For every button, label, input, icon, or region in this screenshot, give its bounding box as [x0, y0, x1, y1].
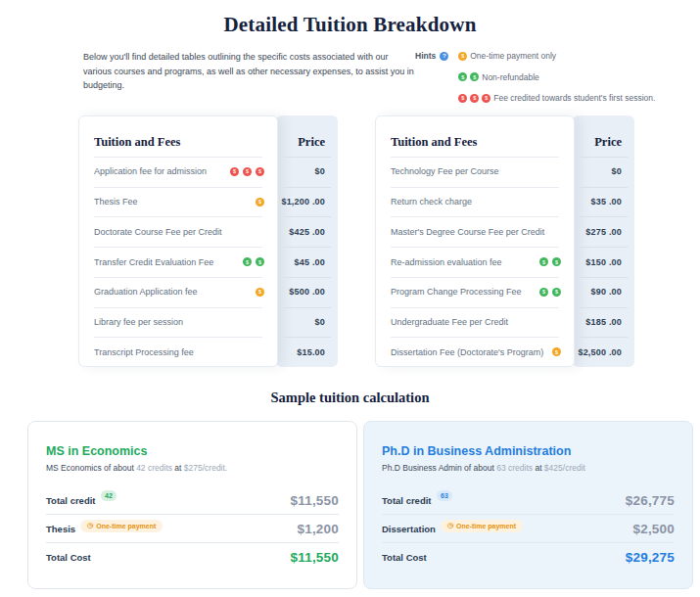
- fee-price: $0: [276, 317, 338, 327]
- fee-price: $0: [276, 166, 338, 176]
- fee-table-body: Application fee for admission$$$$0Thesis…: [78, 157, 338, 367]
- calc-row: Dissertation◷One-time payment$2,500: [382, 515, 675, 543]
- fee-name: Application fee for admission: [94, 166, 207, 176]
- fee-price: $275 .00: [573, 227, 634, 237]
- fee-price: $1,200 .00: [276, 197, 338, 207]
- fee-table-row: Application fee for admission$$$$0: [78, 157, 338, 187]
- calc-row-value: $11,550: [291, 550, 339, 565]
- non-refundable-coin-icon: $: [243, 257, 252, 266]
- calc-row-label: Total Cost: [46, 552, 91, 563]
- clock-icon: ◷: [447, 522, 453, 529]
- calc-row: Thesis◷One-time payment$1,200: [46, 515, 339, 543]
- one-time-coin-icon: $: [256, 198, 264, 207]
- calc-row-label: Thesis: [46, 524, 75, 534]
- fee-table-right: Tuition and Fees Price Technology Fee pe…: [375, 115, 634, 367]
- fee-table-row: Doctorate Course Fee per Credit$425 .00: [78, 216, 338, 247]
- fee-name: Doctorate Course Fee per Credit: [94, 227, 222, 237]
- column-header-fees: Tuition and Fees: [375, 135, 573, 150]
- fee-coin-icons: $: [256, 198, 264, 207]
- credited-coin-icon: $: [243, 167, 252, 176]
- program-subtitle: MS Economics of about 42 credits at $275…: [46, 463, 339, 473]
- fee-table-row: Return check charge$35 .00: [375, 187, 634, 217]
- non-refundable-coin-icon: $: [539, 257, 548, 266]
- calc-row-value: $2,500: [633, 522, 676, 536]
- fee-name: Transcript Processing fee: [94, 347, 194, 357]
- fee-price: $90 .00: [573, 287, 634, 297]
- fee-table-row: Undergraduate Fee per Credit$185 .00: [375, 307, 634, 338]
- fee-table-row: Library fee per session$0: [78, 307, 338, 338]
- hint-list: $One-time payment only$$Non-refundable$$…: [458, 51, 655, 103]
- fee-name: Undergraduate Fee per Credit: [391, 317, 508, 327]
- fee-price: $0: [573, 166, 634, 176]
- fee-price: $185 .00: [573, 317, 634, 327]
- info-icon[interactable]: ?: [440, 52, 448, 61]
- calc-row: Total Cost$29,275: [382, 543, 675, 572]
- fee-tables-section: Tuition and Fees Price Application fee f…: [78, 115, 634, 367]
- calc-row-label: Total credit: [46, 495, 96, 506]
- fee-table-body: Technology Fee per Course$0Return check …: [375, 157, 634, 367]
- fee-name: Program Change Processing Fee: [391, 287, 522, 297]
- fee-table-row: Technology Fee per Course$0: [375, 157, 634, 187]
- one-time-coin-icon: $: [552, 347, 561, 356]
- fee-price: $2,500 .00: [573, 347, 634, 357]
- credit-count-badge: 42: [101, 490, 117, 501]
- fee-table-row: Transfer Credit Evaluation Fee$$$45 .00: [78, 247, 338, 277]
- fee-table-row: Program Change Processing Fee$$$90 .00: [375, 277, 634, 307]
- hints-legend: Hints ? $One-time payment only$$Non-refu…: [415, 51, 655, 103]
- one-time-payment-pill: ◷One-time payment: [80, 520, 163, 532]
- one-time-coin-icon: $: [256, 288, 264, 297]
- intro-paragraph: Below you'll find detailed tables outlin…: [83, 50, 414, 93]
- program-title: Ph.D in Business Administration: [382, 444, 675, 458]
- credit-count-badge: 63: [437, 490, 453, 501]
- fee-price: $500 .00: [276, 287, 338, 297]
- tuition-breakdown-page: { "page": { "title": "Detailed Tuition B…: [0, 0, 700, 597]
- calc-row-label: Total Cost: [382, 552, 427, 563]
- credited-coin-icon: $: [458, 94, 467, 103]
- credited-coin-icon: $: [256, 167, 264, 176]
- fee-table-row: Transcript Processing fee$15.00: [78, 337, 338, 367]
- calc-row-value: $1,200: [298, 522, 340, 536]
- fee-coin-icons: $$: [243, 257, 264, 266]
- non-refundable-coin-icon: $: [539, 288, 548, 297]
- column-header-price: Price: [573, 135, 634, 150]
- fee-price: $35 .00: [573, 197, 634, 207]
- hint-text: One-time payment only: [470, 51, 556, 61]
- sample-calc-card: MS in EconomicsMS Economics of about 42 …: [27, 421, 357, 589]
- fee-coin-icons: $$: [539, 288, 561, 297]
- non-refundable-coin-icon: $: [256, 257, 264, 266]
- credited-coin-icon: $: [470, 94, 479, 103]
- credited-coin-icon: $: [230, 167, 239, 176]
- fee-name: Thesis Fee: [94, 197, 138, 207]
- fee-price: $150 .00: [573, 257, 634, 267]
- calc-row: Total credit42$11,550: [46, 486, 339, 515]
- fee-table-row: Graduation Application fee$$500 .00: [78, 277, 338, 307]
- fee-price: $45 .00: [276, 257, 338, 267]
- hint-item: $One-time payment only: [458, 51, 655, 61]
- non-refundable-coin-icon: $: [470, 72, 479, 81]
- fee-table-header: Tuition and Fees Price: [375, 127, 634, 157]
- clock-icon: ◷: [87, 522, 93, 529]
- fee-name: Master's Degree Course Fee per Credit: [391, 227, 544, 237]
- fee-price: $15.00: [276, 347, 338, 357]
- fee-name: Return check charge: [391, 197, 472, 207]
- calc-row-value: $29,275: [626, 550, 675, 565]
- fee-coin-icons: $$: [539, 257, 561, 266]
- fee-table-left: Tuition and Fees Price Application fee f…: [78, 115, 338, 367]
- fee-table-row: Thesis Fee$$1,200 .00: [78, 187, 338, 217]
- fee-coin-icons: $: [256, 288, 264, 297]
- hint-item: $$$Fee credited towards student's first …: [458, 93, 655, 103]
- calc-row-value: $11,550: [291, 493, 339, 508]
- column-header-fees: Tuition and Fees: [78, 135, 276, 150]
- fee-table-row: Master's Degree Course Fee per Credit$27…: [375, 216, 634, 247]
- fee-name: Graduation Application fee: [94, 287, 198, 297]
- fee-name: Library fee per session: [94, 317, 183, 327]
- hints-label: Hints ?: [415, 51, 448, 61]
- one-time-payment-pill: ◷One-time payment: [441, 520, 523, 532]
- hint-item: $$Non-refundable: [458, 72, 655, 82]
- fee-table-header: Tuition and Fees Price: [78, 127, 338, 157]
- column-header-price: Price: [276, 135, 338, 150]
- fee-table-row: Dissertation Fee (Doctorate's Program)$$…: [375, 337, 634, 367]
- calc-row-value: $26,775: [626, 493, 675, 508]
- non-refundable-coin-icon: $: [552, 257, 561, 266]
- program-title: MS in Economics: [46, 444, 339, 458]
